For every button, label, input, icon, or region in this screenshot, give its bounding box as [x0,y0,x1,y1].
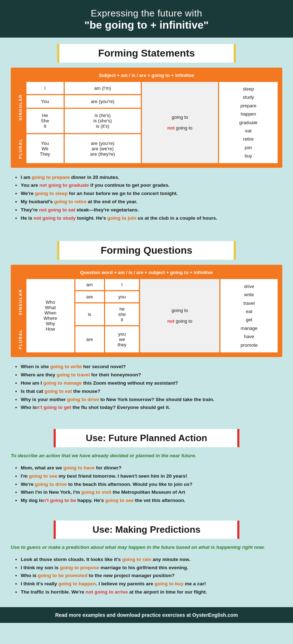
q-verbs-cell: drivewritetraveleatgetmanagehavepromote [220,279,278,352]
statements-table-container: Subject + am / is / are + going to + inf… [11,68,282,168]
list-item: My husband's going to retire at the end … [21,198,282,206]
use1-examples: Mom, what are we going to have for dinne… [11,464,282,505]
q-going-to-cell: going tonot going to [140,279,219,352]
questions-grammar-table: SINGULAR WhoWhatWhenWhereWhyHow am I goi… [14,278,279,353]
subject-you-sing: You [26,95,64,107]
header-line1: Expressing the future with [7,8,286,19]
use2-title: Use: Making Predictions [63,524,230,535]
going-to-cell: going tonot going to [142,82,218,163]
use1-section: Use: Future Planned Action To describe a… [0,424,293,516]
table-row: SINGULAR I am (I'm) going tonot going to… [15,82,278,94]
list-item: Why is your mother going to drive to New… [21,396,282,404]
verb-are-plural: are (you're)are (we're)are (they're) [65,134,141,163]
header-line2: "be going to + infinitive" [7,19,286,31]
table-row: SINGULAR WhoWhatWhenWhereWhyHow am I goi… [15,279,278,290]
q-subject-i: I [105,279,139,290]
q-subject-you-we-they: youwethey [105,326,139,352]
list-item: I think it's really going to happen. I b… [21,580,282,588]
verb-is: is (he's)is (she's)is (it's) [65,109,141,133]
plural-label: PLURAL [15,134,25,163]
q-verb-are-plural: are [75,326,104,352]
questions-formula: Question word + am / is / are + subject … [14,268,279,278]
q-plural-label: PLURAL [15,326,25,352]
header: Expressing the future with "be going to … [0,0,293,38]
statements-grammar-table: SINGULAR I am (I'm) going tonot going to… [14,81,279,164]
list-item: Who isn't going to get the flu shot toda… [21,404,282,412]
q-verb-are-sing: are [75,291,104,302]
use2-description: Use to guess or make a prediction about … [11,544,282,551]
questions-table-container: Question word + am / is / are + subject … [11,265,282,357]
statements-title: Forming Statements [66,48,227,59]
subject-you-we-they: YouWeThey [26,134,64,163]
questions-section: Forming Questions Question word + am / i… [0,235,293,424]
q-singular-label: SINGULAR [15,279,25,325]
use1-title-box: Use: Future Planned Action [54,429,239,447]
use1-title: Use: Future Planned Action [63,433,230,444]
use2-section: Use: Making Predictions Use to guess or … [0,516,293,607]
list-item: I am going to prepare dinner in 20 minut… [21,174,282,182]
list-item: He is not going to study tonight. He's g… [21,214,282,223]
list-item: We're going to sleep for an hour before … [21,190,282,198]
statements-examples: I am going to prepare dinner in 20 minut… [11,174,282,223]
verb-am: am (I'm) [65,82,141,94]
questions-examples: When is she going to write her second no… [11,363,282,412]
list-item: When is she going to write her second no… [21,363,282,371]
use2-title-box: Use: Making Predictions [54,521,239,539]
list-item: Is that cat going to eat the mouse? [21,387,282,396]
list-item: How am I going to manage this Zoom meeti… [21,379,282,387]
footer-text: Read more examples and download practice… [55,612,238,618]
list-item: My dog isn't going to be happy. He's goi… [21,497,282,505]
verbs-cell: sleepstudypreparehappengraduateeatretire… [219,82,278,163]
questions-title: Forming Questions [66,245,227,256]
questions-title-box: Forming Questions [57,241,236,260]
subject-he-she-it: HeSheIt [26,109,64,133]
question-words: WhoWhatWhenWhereWhyHow [26,279,74,352]
list-item: I think my son is going to propose marri… [21,564,282,572]
list-item: When I'm in New York, I'm going to visit… [21,488,282,497]
list-item: Who is going to be promoted to the new p… [21,572,282,580]
statements-title-box: Forming Statements [57,44,236,63]
list-item: Mom, what are we going to have for dinne… [21,464,282,472]
subject-i: I [26,82,64,94]
q-subject-you-sing: you [105,291,139,302]
footer: Read more examples and download practice… [0,607,293,623]
statements-section: Forming Statements Subject + am / is / a… [0,38,293,235]
singular-label: SINGULAR [15,82,25,133]
q-verb-am: am [75,279,104,290]
list-item: Look at those storm clouds. It looks lik… [21,556,282,564]
list-item: Where are they going to travel for their… [21,371,282,379]
q-verb-is: is [75,303,104,325]
q-subject-he-she-it: hesheit [105,303,139,325]
statements-formula: Subject + am / is / are + going to + inf… [14,71,279,81]
use2-examples: Look at those storm clouds. It looks lik… [11,556,282,597]
list-item: I'm going to see my best friend tomorrow… [21,472,282,480]
list-item: We're going to drive to the beach this a… [21,480,282,489]
use1-description: To describe an action that we have alrea… [11,452,282,459]
verb-are-you: are (you're) [65,95,141,107]
list-item: They're not going to eat steak—they're v… [21,206,282,214]
list-item: The traffic is horrible. We're not going… [21,588,282,596]
list-item: You are not going to graduate if you con… [21,181,282,190]
